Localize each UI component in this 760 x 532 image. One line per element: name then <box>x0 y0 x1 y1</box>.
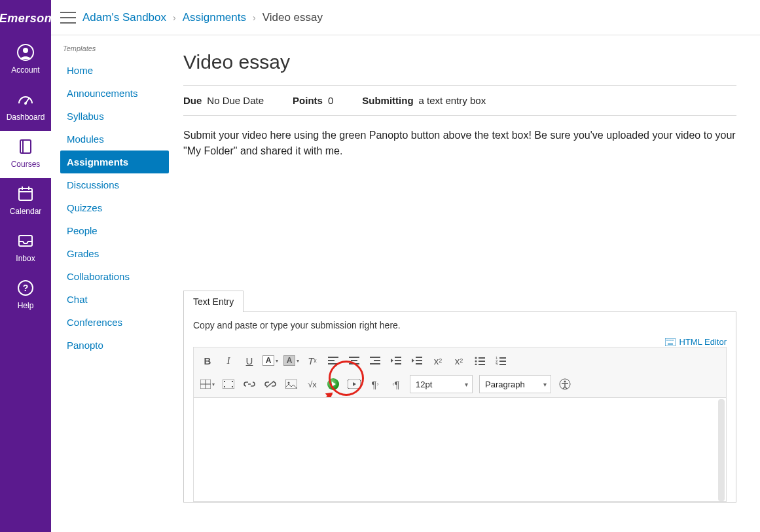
editor-panel: Copy and paste or type your submission r… <box>183 311 736 503</box>
svg-point-3 <box>24 102 27 105</box>
svg-rect-4 <box>20 140 31 153</box>
nav-courses[interactable]: Courses <box>0 131 51 178</box>
content-body: Templates Home Announcements Syllabus Mo… <box>51 35 760 532</box>
svg-rect-52 <box>232 381 233 382</box>
breadcrumb-mid[interactable]: Assignments <box>183 11 246 24</box>
align-left-button[interactable] <box>323 351 343 370</box>
align-center-button[interactable] <box>344 351 364 370</box>
svg-text:3: 3 <box>496 363 498 365</box>
bullet-list-button[interactable] <box>470 351 490 370</box>
course-nav-grades[interactable]: Grades <box>60 242 169 265</box>
chevron-right-icon: › <box>253 12 256 23</box>
media-button[interactable] <box>219 375 238 393</box>
svg-point-35 <box>475 361 477 363</box>
course-nav-collaborations[interactable]: Collaborations <box>60 265 169 288</box>
svg-rect-51 <box>224 386 225 387</box>
svg-point-59 <box>564 381 566 383</box>
breadcrumb-leaf: Video essay <box>262 11 323 24</box>
breadcrumb-root[interactable]: Adam's Sandbox <box>82 11 166 24</box>
nav-label: Help <box>18 301 34 310</box>
subscript-button[interactable]: x2 <box>449 351 469 370</box>
link-button[interactable] <box>240 375 259 393</box>
hamburger-button[interactable] <box>60 12 76 24</box>
outdent-button[interactable] <box>386 351 406 370</box>
equation-button[interactable]: √x <box>302 375 322 393</box>
global-nav: Emerson Account Dashboard Courses Calend… <box>0 0 51 532</box>
tab-text-entry[interactable]: Text Entry <box>183 291 244 312</box>
inbox-icon <box>16 232 35 250</box>
italic-button[interactable]: I <box>219 351 238 370</box>
course-nav-assignments[interactable]: Assignments <box>60 151 169 173</box>
svg-point-17 <box>672 340 674 341</box>
svg-point-15 <box>668 340 670 341</box>
text-color-button[interactable]: A <box>261 351 280 370</box>
panopto-icon <box>327 378 339 390</box>
svg-rect-18 <box>668 344 673 345</box>
nav-calendar[interactable]: Calendar <box>0 178 51 225</box>
html-editor-toggle[interactable]: HTML Editor <box>665 337 727 347</box>
font-size-select[interactable]: 12pt <box>410 375 473 393</box>
rce-toolbar: B I U A A Tx x2 x2 123 <box>193 347 727 397</box>
course-nav-syllabus[interactable]: Syllabus <box>60 105 169 128</box>
page-title: Video essay <box>183 51 736 73</box>
svg-rect-53 <box>232 386 233 387</box>
course-nav-conferences[interactable]: Conferences <box>60 311 169 334</box>
underline-button[interactable]: U <box>240 351 259 370</box>
bold-button[interactable]: B <box>198 351 217 370</box>
rtl-button[interactable]: ‹¶ <box>386 375 406 393</box>
nav-label: Account <box>11 65 39 75</box>
rich-text-area[interactable] <box>193 397 727 502</box>
course-nav-quizzes[interactable]: Quizzes <box>60 196 169 219</box>
course-nav-chat[interactable]: Chat <box>60 288 169 311</box>
number-list-button[interactable]: 123 <box>491 351 511 370</box>
youtube-button[interactable] <box>344 375 364 393</box>
table-button[interactable] <box>198 375 217 393</box>
course-nav-home[interactable]: Home <box>60 59 169 82</box>
course-nav-people[interactable]: People <box>60 219 169 242</box>
editor-hint: Copy and paste or type your submission r… <box>193 320 727 330</box>
html-editor-label: HTML Editor <box>679 337 727 347</box>
assignment-meta: DueNo Due Date Points0 Submittinga text … <box>183 85 736 116</box>
svg-point-16 <box>670 340 672 341</box>
svg-rect-13 <box>665 338 676 346</box>
nav-help[interactable]: ? Help <box>0 272 51 319</box>
indent-button[interactable] <box>407 351 427 370</box>
submission-editor: Text Entry Copy and paste or type your s… <box>183 290 736 503</box>
book-icon <box>16 137 35 156</box>
clear-format-button[interactable]: Tx <box>302 351 322 370</box>
keyboard-icon <box>665 338 676 346</box>
top-bar: Adam's Sandbox › Assignments › Video ess… <box>51 0 760 35</box>
svg-point-1 <box>23 48 28 53</box>
course-nav-modules[interactable]: Modules <box>60 128 169 151</box>
block-format-select[interactable]: Paragraph <box>479 375 551 393</box>
nav-dashboard[interactable]: Dashboard <box>0 84 51 131</box>
svg-point-14 <box>666 340 668 341</box>
course-nav-panopto[interactable]: Panopto <box>60 334 169 357</box>
nav-account[interactable]: Account <box>0 37 51 84</box>
due-block: DueNo Due Date <box>183 95 264 106</box>
main-area: Adam's Sandbox › Assignments › Video ess… <box>51 0 760 532</box>
accessibility-button[interactable] <box>555 375 575 393</box>
svg-rect-6 <box>19 188 32 200</box>
speedometer-icon <box>16 90 35 109</box>
svg-point-34 <box>475 357 477 359</box>
ltr-button[interactable]: ¶› <box>365 375 385 393</box>
superscript-button[interactable]: x2 <box>428 351 448 370</box>
image-button[interactable] <box>281 375 301 393</box>
breadcrumb: Adam's Sandbox › Assignments › Video ess… <box>82 11 323 24</box>
scrollbar-thumb[interactable] <box>718 399 725 501</box>
course-nav-header: Templates <box>63 44 169 52</box>
course-nav-discussions[interactable]: Discussions <box>60 173 169 196</box>
nav-label: Calendar <box>10 207 42 216</box>
assignment-description: Submit your video here using the green P… <box>183 116 736 159</box>
svg-point-36 <box>475 364 477 366</box>
panopto-button[interactable] <box>323 375 343 393</box>
svg-text:?: ? <box>23 283 29 293</box>
chevron-right-icon: › <box>173 12 176 23</box>
submitting-block: Submittinga text entry box <box>362 95 486 106</box>
nav-inbox[interactable]: Inbox <box>0 225 51 272</box>
align-right-button[interactable] <box>365 351 385 370</box>
course-nav-announcements[interactable]: Announcements <box>60 82 169 105</box>
bg-color-button[interactable]: A <box>281 351 301 370</box>
unlink-button[interactable] <box>261 375 280 393</box>
